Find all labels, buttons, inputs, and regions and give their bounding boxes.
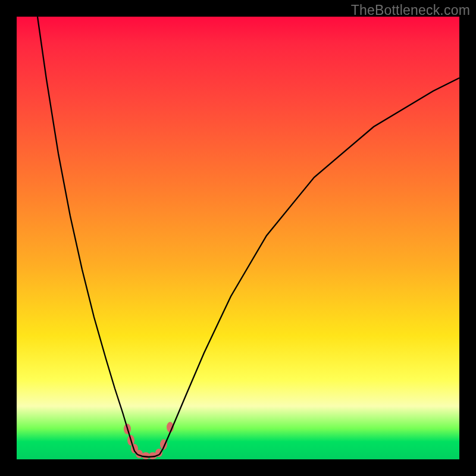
chart-plot-area — [17, 17, 459, 459]
curve-left-branch — [37, 17, 137, 455]
bottleneck-curve-svg — [17, 17, 459, 459]
curve-right-branch — [159, 78, 459, 455]
watermark-text: TheBottleneck.com — [351, 2, 470, 18]
